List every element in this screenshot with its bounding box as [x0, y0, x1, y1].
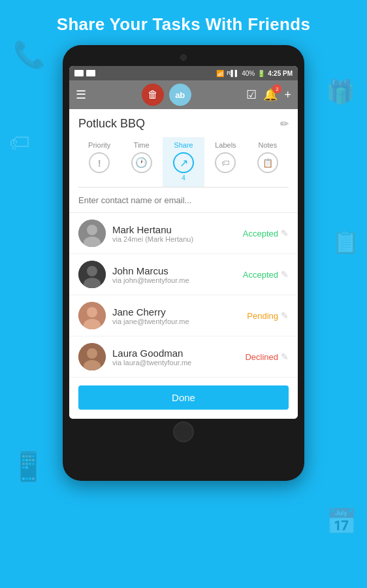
tab-share-icon: ↗	[173, 152, 194, 173]
status-right: 📶 R▌▌ 40% 🔋 4:25 PM	[216, 70, 293, 77]
battery-percent: 40%	[242, 70, 255, 77]
contact-name-john: John Marcus	[112, 265, 243, 276]
contact-row-john: John Marcus via john@twentyfour.me Accep…	[69, 254, 298, 295]
phone-top	[69, 54, 298, 66]
tab-time-icon: 🕐	[131, 152, 152, 173]
share-contact-input[interactable]	[78, 195, 289, 205]
plus-icon: +	[284, 88, 291, 101]
tab-notes[interactable]: Notes 📋	[247, 137, 289, 187]
svg-point-4	[87, 266, 97, 276]
status-camera-icon	[86, 70, 95, 76]
status-icons-left	[74, 70, 95, 76]
avatar-mark	[78, 220, 106, 247]
battery-icon: 🔋	[257, 70, 265, 77]
tab-share-label: Share	[174, 141, 193, 149]
done-button[interactable]: Done	[78, 385, 289, 410]
avatar-john	[78, 261, 106, 288]
status-edit-laura[interactable]: ✎	[281, 351, 289, 362]
tab-priority[interactable]: Priority !	[78, 137, 120, 187]
tab-priority-label: Priority	[88, 141, 110, 149]
tab-time[interactable]: Time 🕐	[120, 137, 162, 187]
tab-share-count: 4	[182, 174, 185, 182]
delete-button[interactable]: 🗑	[142, 84, 164, 106]
time-display: 4:25 PM	[268, 70, 293, 77]
headline: Share Your Tasks With Friends	[0, 0, 367, 45]
contact-info-jane: Jane Cherry via jane@twentyfour.me	[112, 306, 247, 325]
status-bar: 📶 R▌▌ 40% 🔋 4:25 PM	[69, 66, 298, 80]
status-text-jane: Pending	[247, 311, 278, 321]
tab-labels-icon: 🏷	[215, 152, 236, 173]
avatar-jane	[78, 302, 106, 329]
done-area: Done	[69, 378, 298, 419]
tab-notes-label: Notes	[258, 141, 277, 149]
contact-row-laura: Laura Goodman via laura@twentyfour.me De…	[69, 336, 298, 378]
deco-gift-icon: 🎁	[326, 78, 355, 106]
contact-sub-laura: via laura@twentyfour.me	[112, 359, 245, 367]
edit-title-button[interactable]: ✏	[280, 118, 289, 130]
tab-time-label: Time	[134, 141, 150, 149]
home-button[interactable]	[173, 421, 194, 442]
tab-priority-icon: !	[89, 152, 110, 173]
task-title-row: Potluck BBQ ✏	[78, 117, 289, 131]
status-edit-jane[interactable]: ✎	[281, 310, 289, 321]
contact-name-mark: Mark Hertanu	[112, 224, 243, 235]
contact-status-mark: Accepted ✎	[243, 228, 289, 238]
contact-name-laura: Laura Goodman	[112, 348, 245, 359]
app-toolbar: ☰ 🗑 ab ☑ 🔔 2	[69, 80, 298, 109]
deco-calendar-icon: 📅	[326, 507, 357, 536]
menu-button[interactable]: ☰	[76, 88, 86, 102]
contacts-list: Mark Hertanu via 24mei (Mark Hertanu) Ac…	[69, 213, 298, 378]
contact-info-john: John Marcus via john@twentyfour.me	[112, 265, 243, 284]
contact-sub-jane: via jane@twentyfour.me	[112, 318, 247, 325]
contact-row: Mark Hertanu via 24mei (Mark Hertanu) Ac…	[69, 213, 298, 254]
trash-icon: 🗑	[148, 89, 158, 101]
ab-button[interactable]: ab	[169, 84, 191, 106]
share-input-row	[69, 188, 298, 213]
deco-phone2-icon: 📱	[10, 449, 46, 483]
phone-bezel: 📶 R▌▌ 40% 🔋 4:25 PM ☰ 🗑 ab	[63, 45, 304, 481]
avatar-laura	[78, 343, 106, 370]
avatar-jane-img	[78, 302, 106, 329]
tabs-row: Priority ! Time 🕐 Share ↗ 4 Labels 🏷	[78, 137, 289, 188]
contact-info-mark: Mark Hertanu via 24mei (Mark Hertanu)	[112, 224, 243, 243]
notification-button[interactable]: 🔔 2	[263, 88, 278, 102]
toolbar-center: 🗑 ab	[142, 84, 191, 106]
deco-checklist-icon: 📋	[332, 229, 359, 255]
svg-point-1	[87, 225, 97, 235]
task-title: Potluck BBQ	[78, 117, 145, 131]
deco-tag-icon: 🏷	[9, 131, 30, 155]
status-text-john: Accepted	[243, 270, 278, 280]
contact-status-laura: Declined ✎	[245, 351, 289, 362]
tab-share[interactable]: Share ↗ 4	[163, 137, 204, 187]
checklist-button[interactable]: ☑	[246, 88, 257, 102]
contact-status-jane: Pending ✎	[247, 310, 289, 321]
add-button[interactable]: +	[284, 88, 291, 102]
phone-screen: 📶 R▌▌ 40% 🔋 4:25 PM ☰ 🗑 ab	[69, 66, 298, 419]
signal-icon: R▌▌	[227, 70, 239, 76]
status-img-icon	[74, 70, 84, 76]
contact-info-laura: Laura Goodman via laura@twentyfour.me	[112, 348, 245, 367]
wifi-icon: 📶	[216, 70, 224, 77]
contact-sub-john: via john@twentyfour.me	[112, 276, 243, 284]
contact-row-jane: Jane Cherry via jane@twentyfour.me Pendi…	[69, 295, 298, 336]
notification-badge: 2	[272, 84, 281, 93]
contact-name-jane: Jane Cherry	[112, 306, 247, 318]
ab-label: ab	[175, 90, 185, 100]
status-text-mark: Accepted	[243, 229, 278, 238]
contact-status-john: Accepted ✎	[243, 269, 289, 280]
svg-point-10	[87, 348, 97, 359]
svg-point-7	[87, 307, 97, 318]
avatar-laura-img	[78, 343, 106, 370]
tab-labels-label: Labels	[215, 141, 236, 149]
tab-notes-icon: 📋	[257, 152, 278, 173]
status-edit-mark[interactable]: ✎	[281, 228, 289, 238]
phone-container: 📶 R▌▌ 40% 🔋 4:25 PM ☰ 🗑 ab	[63, 45, 304, 481]
contact-sub-mark: via 24mei (Mark Hertanu)	[112, 235, 243, 243]
status-edit-john[interactable]: ✎	[281, 269, 289, 280]
content-area: Potluck BBQ ✏ Priority ! Time 🕐 Share	[69, 109, 298, 188]
phone-camera	[180, 54, 187, 61]
avatar-mark-img	[78, 220, 106, 247]
avatar-john-img	[78, 261, 106, 288]
phone-bottom	[69, 419, 298, 445]
tab-labels[interactable]: Labels 🏷	[204, 137, 246, 187]
